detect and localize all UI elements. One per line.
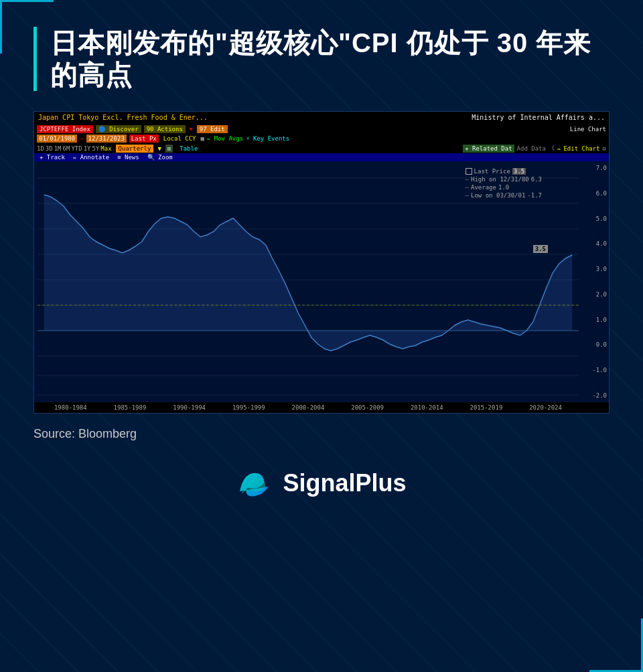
source-text: Source: Bloomberg — [33, 427, 610, 441]
grid-view-btn[interactable]: ⊞ — [165, 145, 173, 153]
title-section: 日本刚发布的"超级核心"CPI 仍处于 30 年来的高点 — [33, 27, 610, 91]
index-label: JCPTEFFE Index — [37, 125, 93, 133]
signalplus-logo-icon — [236, 468, 273, 498]
key-events-btn[interactable]: ⚡ Key Events — [246, 135, 289, 142]
period-buttons: 1D 3D 1M 6M YTD 1Y 5Y Max — [37, 145, 112, 152]
y-label-50: 5.0 — [596, 216, 607, 222]
bloomberg-chart: Japan CPI Tokyo Excl. Fresh Food & Ener.… — [33, 111, 610, 414]
last-px-btn[interactable]: Last Px — [129, 135, 159, 143]
add-data-btn[interactable]: Add Data — [517, 145, 546, 152]
corner-decoration-tl — [0, 0, 54, 54]
period-1y[interactable]: 1Y — [84, 145, 91, 152]
edit-chart-btn[interactable]: Edit Chart — [563, 145, 599, 152]
period-max[interactable]: Max — [100, 145, 111, 152]
bloomberg-toolbar3: 1D 3D 1M 6M YTD 1Y 5Y Max Quarterly ▼ ⊞ … — [34, 143, 609, 153]
edit-btn[interactable]: 97 Edit — [197, 125, 228, 133]
y-label-n10: -1.0 — [592, 367, 607, 373]
svg-marker-11 — [44, 195, 573, 351]
chart-source-header: Ministry of Internal Affairs a... — [472, 114, 605, 121]
y-label-00: 0.0 — [596, 341, 607, 348]
mov-avgs-btn[interactable]: ✏ Mov Avgs — [207, 135, 243, 142]
date-start[interactable]: 01/01/1980 — [37, 135, 77, 143]
footer: SignalPlus — [33, 468, 610, 498]
legend-last-price-value: 3.5 — [512, 168, 526, 175]
bloomberg-toolbar2: 01/01/1980 → 12/31/2023 Last Px Local CC… — [34, 134, 609, 143]
legend-high-value: 6.3 — [531, 176, 542, 183]
y-label-70: 7.0 — [596, 165, 607, 171]
legend-low-label: Low on 03/30/01 — [471, 192, 525, 199]
chart-plot: 3.5 Last Price 3.5 — High on 12/31/80 6.… — [34, 161, 579, 402]
date-end[interactable]: 12/31/2023 — [86, 135, 127, 143]
quarterly-selector[interactable]: Quarterly — [116, 145, 154, 153]
period-ytd[interactable]: YTD — [71, 145, 82, 152]
period-1d[interactable]: 1D — [37, 145, 44, 152]
current-value-badge: 3.5 — [533, 245, 548, 253]
chart-area: 3.5 Last Price 3.5 — High on 12/31/80 6.… — [34, 161, 609, 402]
x-label-1995: 1995-1999 — [232, 404, 265, 411]
period-6m[interactable]: 6M — [63, 145, 70, 152]
legend-box — [466, 168, 472, 175]
chart-header: Japan CPI Tokyo Excl. Fresh Food & Ener.… — [34, 112, 609, 124]
chart-type-label: Line Chart — [570, 126, 606, 133]
x-label-1990: 1990-1994 — [173, 404, 206, 411]
x-label-2020: 2020-2024 — [529, 404, 562, 411]
table-btn[interactable]: Table — [177, 145, 200, 153]
chart-svg — [38, 165, 579, 402]
local-ccy-btn[interactable]: Local CCY — [161, 135, 198, 143]
bloomberg-toolbar4: + Track ✏ Annotate ≡ News 🔍 Zoom — [34, 153, 609, 161]
y-label-30: 3.0 — [596, 266, 607, 272]
news-btn[interactable]: ≡ News — [117, 154, 139, 161]
page-title: 日本刚发布的"超级核心"CPI 仍处于 30 年来的高点 — [50, 27, 610, 91]
period-5y[interactable]: 5Y — [92, 145, 99, 152]
y-axis: 7.0 6.0 5.0 4.0 3.0 2.0 1.0 0.0 -1.0 -2.… — [579, 161, 609, 402]
y-label-10: 1.0 — [596, 317, 607, 323]
x-label-2005: 2005-2009 — [351, 404, 384, 411]
zoom-btn[interactable]: 🔍 Zoom — [147, 154, 173, 161]
legend-average-label: Average — [471, 184, 496, 191]
period-3d[interactable]: 3D — [46, 145, 53, 152]
x-label-2015: 2015-2019 — [470, 404, 503, 411]
related-data-btn[interactable]: + Related Dat — [463, 145, 514, 153]
chart-legend: Last Price 3.5 — High on 12/31/80 6.3 — … — [466, 168, 542, 200]
legend-average-value: 1.0 — [498, 184, 509, 191]
actions-btn[interactable]: 90 Actions — [144, 125, 186, 133]
x-label-1980: 1980-1984 — [54, 404, 87, 411]
legend-high-label: High on 12/31/80 — [471, 176, 529, 183]
x-label-2010: 2010-2014 — [411, 404, 443, 411]
y-label-n20: -2.0 — [592, 392, 607, 399]
period-1m[interactable]: 1M — [54, 145, 62, 152]
y-label-20: 2.0 — [596, 291, 607, 298]
chart-title: Japan CPI Tokyo Excl. Fresh Food & Ener.… — [38, 114, 208, 121]
legend-last-price-label: Last Price — [474, 168, 510, 175]
corner-decoration-br — [589, 618, 643, 672]
x-label-2000: 2000-2004 — [292, 404, 325, 411]
annotate-btn[interactable]: ✏ Annotate — [73, 154, 109, 161]
y-label-60: 6.0 — [596, 190, 607, 197]
y-label-40: 4.0 — [596, 240, 607, 247]
bloomberg-toolbar1: JCPTEFFE Index 🔵 Discover 90 Actions ▼ 9… — [34, 124, 609, 134]
brand-name: SignalPlus — [283, 469, 406, 497]
track-btn[interactable]: + Track — [40, 154, 65, 161]
discover-btn[interactable]: 🔵 Discover — [96, 125, 141, 133]
legend-low-value: -1.7 — [527, 192, 542, 199]
x-label-1985: 1985-1989 — [114, 404, 147, 411]
